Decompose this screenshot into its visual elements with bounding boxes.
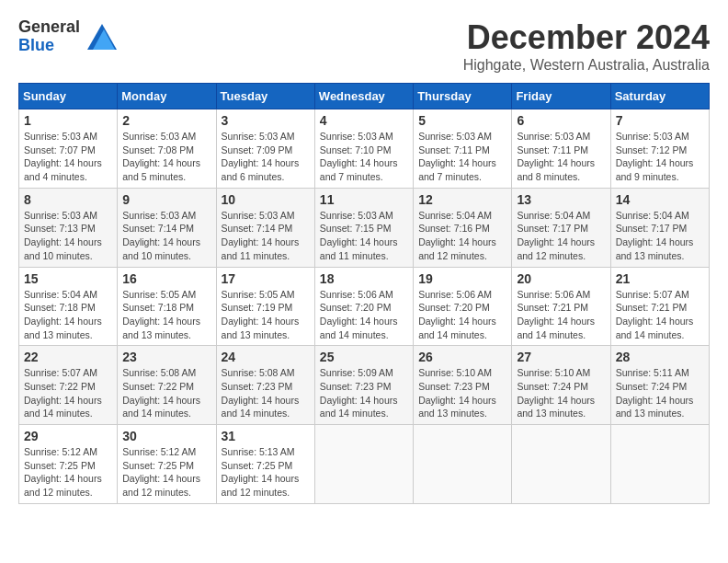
calendar-cell: 24 Sunrise: 5:08 AM Sunset: 7:23 PM Dayl… (216, 346, 314, 425)
calendar-cell: 10 Sunrise: 5:03 AM Sunset: 7:14 PM Dayl… (216, 188, 314, 267)
daylight: Daylight: 14 hours and 14 minutes. (616, 315, 704, 341)
sunrise: Sunrise: 5:08 AM (122, 366, 210, 380)
daylight: Daylight: 14 hours and 13 minutes. (418, 394, 506, 420)
day-info: Sunrise: 5:03 AM Sunset: 7:14 PM Dayligh… (122, 209, 210, 263)
sunset: Sunset: 7:22 PM (24, 380, 112, 394)
day-info: Sunrise: 5:06 AM Sunset: 7:21 PM Dayligh… (517, 288, 605, 342)
daylight: Daylight: 14 hours and 13 minutes. (517, 394, 605, 420)
weekday-header-row: SundayMondayTuesdayWednesdayThursdayFrid… (19, 84, 710, 109)
day-info: Sunrise: 5:03 AM Sunset: 7:08 PM Dayligh… (122, 130, 210, 184)
calendar-cell: 18 Sunrise: 5:06 AM Sunset: 7:20 PM Dayl… (314, 267, 413, 346)
daylight: Daylight: 14 hours and 12 minutes. (122, 472, 210, 499)
sunrise: Sunrise: 5:04 AM (418, 209, 506, 223)
week-row-5: 29 Sunrise: 5:12 AM Sunset: 7:25 PM Dayl… (19, 425, 710, 504)
calendar-cell: 26 Sunrise: 5:10 AM Sunset: 7:23 PM Dayl… (414, 346, 512, 425)
daylight: Daylight: 14 hours and 5 minutes. (122, 156, 210, 183)
sunset: Sunset: 7:17 PM (517, 222, 605, 236)
day-number: 7 (616, 113, 704, 128)
sunrise: Sunrise: 5:04 AM (517, 209, 605, 223)
weekday-header-tuesday: Tuesday (216, 84, 314, 109)
logo-icon (84, 20, 117, 53)
day-info: Sunrise: 5:12 AM Sunset: 7:25 PM Dayligh… (122, 445, 210, 500)
day-info: Sunrise: 5:03 AM Sunset: 7:10 PM Dayligh… (320, 130, 408, 184)
sunset: Sunset: 7:11 PM (517, 144, 605, 157)
sunset: Sunset: 7:08 PM (122, 144, 210, 157)
sunrise: Sunrise: 5:13 AM (222, 445, 310, 459)
day-info: Sunrise: 5:03 AM Sunset: 7:11 PM Dayligh… (418, 130, 506, 184)
day-info: Sunrise: 5:04 AM Sunset: 7:18 PM Dayligh… (24, 288, 112, 342)
day-info: Sunrise: 5:05 AM Sunset: 7:19 PM Dayligh… (222, 288, 310, 342)
sunrise: Sunrise: 5:10 AM (517, 366, 605, 380)
sunrise: Sunrise: 5:06 AM (517, 288, 605, 302)
sunset: Sunset: 7:17 PM (616, 222, 704, 236)
day-number: 16 (122, 271, 210, 286)
day-number: 19 (418, 271, 506, 286)
week-row-2: 8 Sunrise: 5:03 AM Sunset: 7:13 PM Dayli… (19, 188, 710, 267)
day-info: Sunrise: 5:04 AM Sunset: 7:17 PM Dayligh… (616, 209, 704, 263)
calendar-table: SundayMondayTuesdayWednesdayThursdayFrid… (18, 83, 710, 504)
daylight: Daylight: 14 hours and 13 minutes. (616, 236, 704, 262)
day-info: Sunrise: 5:03 AM Sunset: 7:11 PM Dayligh… (517, 130, 605, 184)
daylight: Daylight: 14 hours and 4 minutes. (24, 156, 112, 183)
day-number: 27 (517, 350, 605, 364)
sunrise: Sunrise: 5:05 AM (222, 288, 310, 302)
daylight: Daylight: 14 hours and 14 minutes. (418, 315, 506, 341)
sunrise: Sunrise: 5:05 AM (122, 288, 210, 302)
calendar-cell (512, 425, 610, 504)
daylight: Daylight: 14 hours and 13 minutes. (24, 315, 112, 341)
weekday-header-friday: Friday (512, 84, 610, 109)
daylight: Daylight: 14 hours and 13 minutes. (222, 315, 310, 341)
day-info: Sunrise: 5:04 AM Sunset: 7:17 PM Dayligh… (517, 209, 605, 263)
day-info: Sunrise: 5:03 AM Sunset: 7:15 PM Dayligh… (320, 209, 408, 263)
daylight: Daylight: 14 hours and 8 minutes. (517, 156, 605, 183)
daylight: Daylight: 14 hours and 12 minutes. (24, 472, 112, 499)
sunset: Sunset: 7:22 PM (122, 380, 210, 394)
calendar-cell: 4 Sunrise: 5:03 AM Sunset: 7:10 PM Dayli… (314, 109, 413, 189)
day-info: Sunrise: 5:07 AM Sunset: 7:22 PM Dayligh… (24, 366, 112, 420)
calendar-cell: 13 Sunrise: 5:04 AM Sunset: 7:17 PM Dayl… (512, 188, 610, 267)
calendar-cell: 12 Sunrise: 5:04 AM Sunset: 7:16 PM Dayl… (414, 188, 512, 267)
daylight: Daylight: 14 hours and 12 minutes. (418, 236, 506, 262)
sunrise: Sunrise: 5:03 AM (24, 130, 112, 144)
day-number: 26 (418, 350, 506, 364)
weekday-header-saturday: Saturday (610, 84, 709, 109)
calendar-cell: 27 Sunrise: 5:10 AM Sunset: 7:24 PM Dayl… (512, 346, 610, 425)
day-number: 10 (222, 192, 310, 207)
day-info: Sunrise: 5:03 AM Sunset: 7:12 PM Dayligh… (616, 130, 704, 184)
day-number: 31 (222, 429, 310, 443)
sunrise: Sunrise: 5:04 AM (24, 288, 112, 302)
calendar-cell: 1 Sunrise: 5:03 AM Sunset: 7:07 PM Dayli… (19, 109, 118, 189)
day-number: 2 (122, 113, 210, 128)
sunrise: Sunrise: 5:03 AM (222, 130, 310, 144)
daylight: Daylight: 14 hours and 12 minutes. (222, 472, 310, 499)
calendar-cell: 14 Sunrise: 5:04 AM Sunset: 7:17 PM Dayl… (610, 188, 709, 267)
sunset: Sunset: 7:10 PM (320, 144, 408, 157)
calendar-cell: 22 Sunrise: 5:07 AM Sunset: 7:22 PM Dayl… (19, 346, 118, 425)
calendar-cell: 31 Sunrise: 5:13 AM Sunset: 7:25 PM Dayl… (216, 425, 314, 504)
sunrise: Sunrise: 5:07 AM (24, 366, 112, 380)
day-number: 1 (24, 113, 112, 128)
logo-line1: General (18, 18, 80, 37)
day-info: Sunrise: 5:09 AM Sunset: 7:23 PM Dayligh… (320, 366, 408, 420)
day-info: Sunrise: 5:03 AM Sunset: 7:14 PM Dayligh… (222, 209, 310, 263)
calendar-cell: 28 Sunrise: 5:11 AM Sunset: 7:24 PM Dayl… (610, 346, 709, 425)
day-number: 21 (616, 271, 704, 286)
calendar-cell: 17 Sunrise: 5:05 AM Sunset: 7:19 PM Dayl… (216, 267, 314, 346)
day-info: Sunrise: 5:06 AM Sunset: 7:20 PM Dayligh… (418, 288, 506, 342)
sunrise: Sunrise: 5:12 AM (122, 445, 210, 459)
sunset: Sunset: 7:19 PM (222, 301, 310, 315)
calendar-cell: 21 Sunrise: 5:07 AM Sunset: 7:21 PM Dayl… (610, 267, 709, 346)
calendar-cell: 16 Sunrise: 5:05 AM Sunset: 7:18 PM Dayl… (118, 267, 216, 346)
sunrise: Sunrise: 5:09 AM (320, 366, 408, 380)
day-number: 13 (517, 192, 605, 207)
day-number: 14 (616, 192, 704, 207)
day-number: 9 (122, 192, 210, 207)
week-row-3: 15 Sunrise: 5:04 AM Sunset: 7:18 PM Dayl… (19, 267, 710, 346)
day-info: Sunrise: 5:10 AM Sunset: 7:24 PM Dayligh… (517, 366, 605, 420)
day-number: 28 (616, 350, 704, 364)
day-info: Sunrise: 5:13 AM Sunset: 7:25 PM Dayligh… (222, 445, 310, 500)
calendar-cell: 3 Sunrise: 5:03 AM Sunset: 7:09 PM Dayli… (216, 109, 314, 189)
daylight: Daylight: 14 hours and 14 minutes. (320, 394, 408, 420)
daylight: Daylight: 14 hours and 11 minutes. (222, 236, 310, 262)
daylight: Daylight: 14 hours and 7 minutes. (320, 156, 408, 183)
